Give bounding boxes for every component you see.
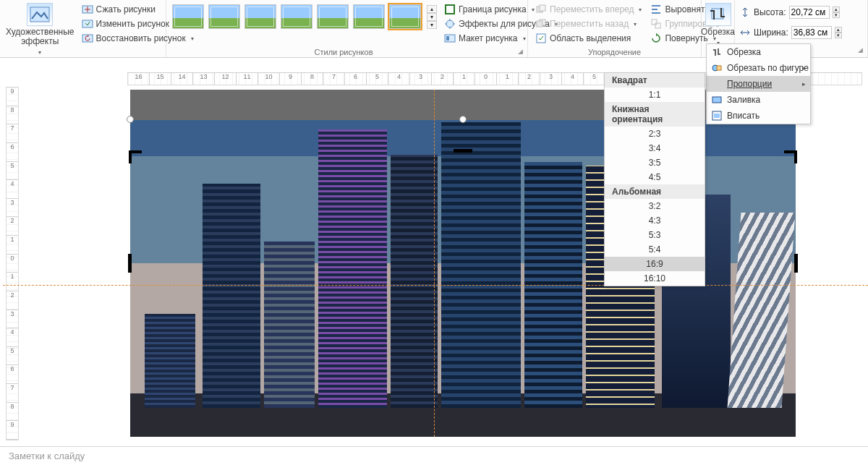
fill-icon <box>711 94 723 106</box>
ratio-option[interactable]: 3:5 <box>605 155 705 170</box>
group-arrange: Переместить вперед Переместить назад Обл… <box>528 0 702 57</box>
crop-handle[interactable] <box>794 150 797 163</box>
compress-icon <box>82 4 93 15</box>
ratio-option[interactable]: 4:3 <box>605 213 705 228</box>
crop-handle[interactable] <box>794 254 798 273</box>
crop-button[interactable]: Обрезка ▾ <box>698 1 738 49</box>
style-thumb[interactable] <box>353 4 385 29</box>
dialog-launcher-icon[interactable]: ◢ <box>518 48 523 55</box>
guide-horizontal[interactable] <box>3 285 868 286</box>
ruler-tick: 7 <box>323 73 345 85</box>
bring-forward-button: Переместить вперед <box>532 3 644 16</box>
aspect-ratio-submenu: Квадрат1:1Книжная ориентация2:33:43:54:5… <box>604 72 705 286</box>
svg-rect-18 <box>712 97 721 103</box>
ruler-tick: 8 <box>302 73 323 85</box>
crop-handle[interactable] <box>129 150 132 163</box>
layout-icon <box>444 33 456 44</box>
ruler-vertical[interactable]: 9876543210123456789 <box>6 87 19 440</box>
ratio-option[interactable]: 3:4 <box>605 141 705 155</box>
height-input[interactable] <box>789 6 830 19</box>
ratio-option[interactable]: 2:3 <box>605 127 705 141</box>
svg-point-5 <box>446 20 454 27</box>
ruler-tick: 12 <box>215 73 237 85</box>
width-label: Ширина: <box>754 27 788 38</box>
style-thumb-selected[interactable] <box>389 4 421 29</box>
group-label-arrange: Упорядочение <box>531 46 698 59</box>
menu-fill[interactable]: Заливка <box>707 92 810 108</box>
svg-rect-9 <box>540 5 545 11</box>
height-spinner[interactable]: ▴▾ <box>833 7 840 18</box>
group-label-styles: Стили рисунков <box>315 48 373 56</box>
ruler-tick: 15 <box>150 73 171 85</box>
ruler-tick: 5 <box>584 73 605 85</box>
style-thumb[interactable] <box>208 4 240 29</box>
border-icon <box>444 4 456 15</box>
artistic-effects-button[interactable]: Художественные эффекты ▾ <box>3 1 77 59</box>
crop-handle[interactable] <box>128 254 132 273</box>
resize-handle[interactable] <box>459 116 467 123</box>
ratio-option[interactable]: 1:1 <box>605 88 705 102</box>
menu-fit[interactable]: Вписать <box>707 108 810 124</box>
ruler-tick: 5 <box>7 347 18 366</box>
ruler-tick: 3 <box>410 73 432 85</box>
ratio-header: Книжная ориентация <box>605 102 705 127</box>
picture-style-gallery[interactable]: ▴▾▾ <box>169 1 440 32</box>
ruler-tick: 14 <box>171 73 193 85</box>
ruler-tick: 2 <box>7 217 18 236</box>
ruler-tick: 7 <box>7 384 18 403</box>
width-spinner[interactable]: ▴▾ <box>835 27 842 38</box>
ruler-tick: 13 <box>193 73 215 85</box>
height-row: Высота: ▴▾ <box>739 4 842 20</box>
ratio-option[interactable]: 5:3 <box>605 228 705 242</box>
width-icon <box>739 27 751 38</box>
style-thumb[interactable] <box>317 4 349 29</box>
crop-icon <box>711 46 723 58</box>
reset-icon <box>82 33 93 44</box>
width-input[interactable] <box>791 26 832 39</box>
ruler-tick: 1 <box>7 236 18 255</box>
artistic-effects-icon <box>27 3 53 26</box>
gallery-scroll[interactable]: ▴▾▾ <box>427 5 437 29</box>
crop-handle[interactable] <box>454 149 472 153</box>
ruler-tick: 7 <box>7 124 18 143</box>
ruler-tick: 6 <box>7 365 18 384</box>
resize-handle[interactable] <box>127 116 134 123</box>
menu-crop[interactable]: Обрезка <box>707 44 810 60</box>
dialog-launcher-icon[interactable]: ◢ <box>858 46 863 54</box>
ruler-tick: 6 <box>345 73 367 85</box>
ruler-tick: 16 <box>128 73 150 85</box>
ruler-tick: 5 <box>367 73 388 85</box>
ruler-tick: 4 <box>562 73 584 85</box>
svg-rect-11 <box>537 21 542 27</box>
ratio-option[interactable]: 16:9 <box>605 257 705 271</box>
rotate-icon <box>650 33 662 44</box>
ruler-tick: 3 <box>7 310 18 329</box>
menu-crop-to-shape[interactable]: Обрезать по фигуре <box>707 60 810 76</box>
ratio-header: Квадрат <box>605 73 705 88</box>
ruler-tick: 1 <box>7 273 18 291</box>
style-thumb[interactable] <box>281 4 312 29</box>
ratio-option[interactable]: 4:5 <box>605 170 705 184</box>
svg-rect-14 <box>655 23 660 28</box>
guide-vertical[interactable] <box>434 90 435 437</box>
ruler-tick: 3 <box>540 73 562 85</box>
ruler-tick: 2 <box>7 291 18 310</box>
ratio-option[interactable]: 5:4 <box>605 242 705 257</box>
notes-placeholder: Заметки к слайду <box>9 451 85 461</box>
style-thumb[interactable] <box>244 4 276 29</box>
svg-rect-13 <box>652 20 657 25</box>
selection-pane-button[interactable]: Область выделения <box>532 32 644 45</box>
notes-pane[interactable]: Заметки к слайду <box>0 446 868 465</box>
menu-aspect-ratio[interactable]: Пропорции <box>707 76 810 92</box>
width-row: Ширина: ▴▾ <box>739 25 842 40</box>
ratio-option[interactable]: 16:10 <box>605 271 705 286</box>
bring-forward-icon <box>535 4 547 15</box>
ratio-option[interactable]: 3:2 <box>605 199 705 213</box>
selection-pane-icon <box>535 33 547 44</box>
ruler-tick: 3 <box>7 199 18 218</box>
style-thumb[interactable] <box>172 4 204 29</box>
svg-rect-20 <box>714 114 720 118</box>
svg-rect-7 <box>446 36 449 40</box>
ruler-tick: 0 <box>475 73 497 85</box>
ruler-tick: 10 <box>258 73 280 85</box>
